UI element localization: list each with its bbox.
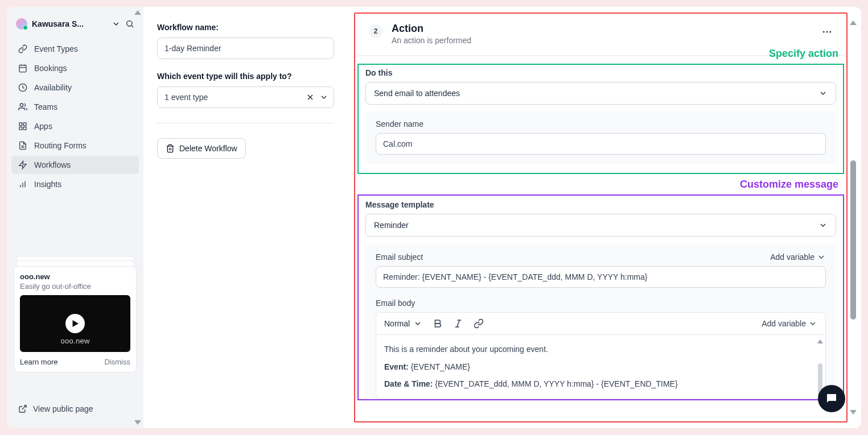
do-this-select[interactable]: Send email to attendees xyxy=(365,82,836,105)
play-icon xyxy=(65,314,85,333)
body-add-variable[interactable]: Add variable xyxy=(762,319,817,328)
search-icon[interactable] xyxy=(125,19,134,28)
promo-subtitle: Easily go out-of-office xyxy=(20,282,130,291)
workflow-settings-panel: Workflow name: Which event type will thi… xyxy=(143,7,348,428)
action-callout-outline: 2 Action An action is performed Specify … xyxy=(354,13,848,422)
file-icon xyxy=(18,141,27,150)
subject-add-variable[interactable]: Add variable xyxy=(770,252,826,262)
template-select[interactable]: Reminder xyxy=(365,214,836,237)
promo-title: ooo.new xyxy=(20,272,130,281)
svg-line-1 xyxy=(131,26,133,27)
chevron-down-icon xyxy=(413,319,422,328)
scroll-up-icon[interactable] xyxy=(850,20,857,25)
promo-dismiss[interactable]: Dismiss xyxy=(105,358,131,366)
promo-stack: ooo.new Easily go out-of-office ooo.new … xyxy=(11,266,139,376)
page-scrollbar[interactable] xyxy=(848,19,858,416)
body-line-value: {EVENT_NAME} xyxy=(411,362,470,371)
svg-rect-11 xyxy=(19,127,22,130)
template-value: Reminder xyxy=(374,221,409,230)
body-editor: Normal Add variable xyxy=(376,312,826,399)
bold-icon[interactable] xyxy=(433,318,443,329)
svg-point-25 xyxy=(826,31,828,33)
sidebar-item-label: Teams xyxy=(34,102,57,111)
clear-icon[interactable] xyxy=(306,93,315,102)
message-builder-box: Email subject Add variable Email body xyxy=(365,245,836,399)
sidebar-item-apps[interactable]: Apps xyxy=(11,117,139,135)
bar-chart-icon xyxy=(18,180,27,189)
sidebar-item-label: Event Types xyxy=(34,44,78,53)
sidebar-item-bookings[interactable]: Bookings xyxy=(11,59,139,77)
scroll-thumb[interactable] xyxy=(850,160,856,320)
body-line-label: Event: xyxy=(384,362,411,371)
scroll-down-icon[interactable] xyxy=(850,410,857,415)
promo-video-caption: ooo.new xyxy=(60,337,89,345)
body-label: Email body xyxy=(376,299,826,308)
chevron-down-icon xyxy=(818,221,828,230)
event-type-label: Which event type will this apply to? xyxy=(157,72,334,81)
svg-line-29 xyxy=(457,320,460,327)
specify-action-section: Specify action Do this Send email to att… xyxy=(357,64,844,174)
svg-rect-2 xyxy=(19,65,26,72)
chevron-down-icon xyxy=(818,89,828,98)
sender-name-label: Sender name xyxy=(376,119,826,129)
more-horizontal-icon xyxy=(821,26,833,38)
users-icon xyxy=(18,102,27,111)
editor-toolbar: Normal Add variable xyxy=(376,313,825,335)
sidebar-item-insights[interactable]: Insights xyxy=(11,175,139,193)
workflow-name-input[interactable] xyxy=(157,38,334,59)
view-public-page[interactable]: View public page xyxy=(11,399,139,419)
trash-icon xyxy=(166,144,175,153)
chat-icon xyxy=(825,392,838,405)
calendar-icon xyxy=(18,64,27,73)
editor-scroll-up-icon[interactable] xyxy=(817,339,823,343)
svg-point-24 xyxy=(823,31,825,33)
chevron-down-icon xyxy=(817,252,826,262)
do-this-label: Do this xyxy=(365,68,836,77)
body-line-value: {EVENT_DATE_ddd, MMM D, YYYY h:mma} - {E… xyxy=(435,379,677,388)
view-public-label: View public page xyxy=(33,404,93,413)
promo-video[interactable]: ooo.new xyxy=(20,295,130,352)
sidebar-item-routing-forms[interactable]: Routing Forms xyxy=(11,136,139,155)
link-icon xyxy=(18,44,27,53)
user-name: Kawusara S... xyxy=(32,19,107,28)
avatar xyxy=(16,18,27,30)
sidebar-item-availability[interactable]: Availability xyxy=(11,78,139,97)
action-panel: 2 Action An action is performed Specify … xyxy=(348,7,861,428)
body-line-label: Date & Time: xyxy=(384,379,435,388)
delete-workflow-button[interactable]: Delete Workflow xyxy=(157,138,246,159)
sidebar-item-label: Apps xyxy=(34,122,52,131)
svg-marker-18 xyxy=(73,320,79,327)
specify-action-callout-label: Specify action xyxy=(769,48,838,60)
chevron-down-icon xyxy=(808,319,817,328)
add-variable-label: Add variable xyxy=(762,319,806,328)
body-content[interactable]: This is a reminder about your upcoming e… xyxy=(376,335,825,399)
delete-workflow-label: Delete Workflow xyxy=(179,144,237,153)
italic-icon[interactable] xyxy=(453,318,463,329)
svg-point-0 xyxy=(127,21,132,26)
add-variable-label: Add variable xyxy=(770,252,814,262)
sidebar-item-workflows[interactable]: Workflows xyxy=(11,156,139,174)
promo-learn-more[interactable]: Learn more xyxy=(20,358,57,366)
sidebar-item-teams[interactable]: Teams xyxy=(11,98,139,116)
sidebar-scroll-up-icon[interactable] xyxy=(134,10,141,15)
body-style-dropdown[interactable]: Normal xyxy=(384,319,422,328)
sidebar-item-event-types[interactable]: Event Types xyxy=(11,40,139,58)
step-number-badge: 2 xyxy=(369,24,382,38)
chat-fab[interactable] xyxy=(818,385,845,412)
event-type-value: 1 event type xyxy=(164,93,208,102)
workflow-name-label: Workflow name: xyxy=(157,23,334,32)
svg-rect-9 xyxy=(23,123,26,126)
customize-message-section: Customize message Message template Remin… xyxy=(357,194,844,400)
step-title: Action xyxy=(392,23,471,35)
sidebar-scroll-down-icon[interactable] xyxy=(134,420,141,425)
user-switcher[interactable]: Kawusara S... xyxy=(11,16,139,32)
sender-name-input[interactable] xyxy=(376,133,826,155)
clock-icon xyxy=(18,83,27,92)
step-more-button[interactable] xyxy=(821,26,833,39)
subject-input[interactable] xyxy=(376,266,826,288)
link-icon[interactable] xyxy=(474,318,484,329)
chevron-down-icon[interactable] xyxy=(319,93,328,102)
do-this-value: Send email to attendees xyxy=(374,89,460,98)
sidebar-item-label: Availability xyxy=(34,83,72,92)
external-link-icon xyxy=(18,404,27,413)
